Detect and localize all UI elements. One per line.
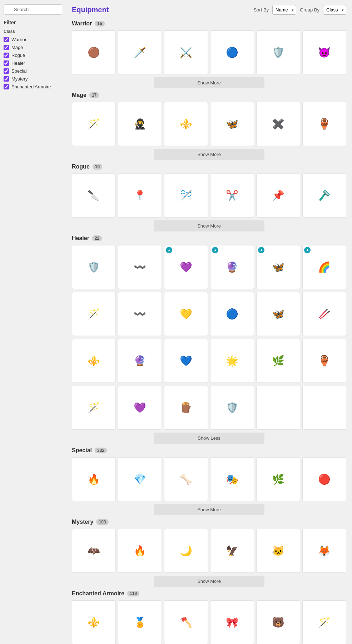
show-more-btn-special[interactable]: Show More [154, 504, 264, 515]
item-card[interactable] [302, 386, 346, 430]
item-card[interactable]: 🪡 [164, 174, 208, 218]
sort-select[interactable]: Name Type [272, 5, 296, 15]
item-card[interactable]: ⚜️ [164, 102, 208, 146]
item-card[interactable]: 🎭 [210, 457, 254, 501]
item-icon: 💎 [134, 474, 146, 484]
item-icon: 🦅 [226, 546, 238, 556]
item-card[interactable]: ★🦋 [256, 245, 300, 289]
checkbox-rogue[interactable] [4, 53, 9, 58]
item-card[interactable]: 📍 [118, 174, 162, 218]
item-card[interactable]: 🔵 [210, 30, 254, 74]
item-card[interactable]: 🪓 [164, 600, 208, 644]
item-card[interactable]: 💙 [164, 339, 208, 383]
item-card[interactable]: 🛡️ [256, 30, 300, 74]
filter-item-special[interactable]: Special [4, 68, 62, 74]
show-more-btn-rogue[interactable]: Show More [154, 220, 264, 231]
item-card[interactable]: 📌 [256, 174, 300, 218]
section-title-mystery: Mystery [72, 519, 93, 525]
sections-container: Warrior 15 🟤🗡️⚔️🔵🛡️😈Show More Mage 17 🪄🥷… [72, 20, 346, 644]
item-card[interactable]: 🪄 [302, 600, 346, 644]
item-card[interactable]: 🗡️ [118, 30, 162, 74]
item-card[interactable]: 🏅 [118, 600, 162, 644]
item-card[interactable]: 🟤 [72, 30, 116, 74]
item-card[interactable]: 💛 [164, 292, 208, 336]
item-card[interactable]: 🪄 [72, 102, 116, 146]
sort-select-wrap: Name Type [272, 5, 296, 15]
item-card[interactable]: ⚜️ [72, 600, 116, 644]
item-card[interactable]: 🪒 [302, 174, 346, 218]
item-card[interactable]: 🔵 [210, 292, 254, 336]
item-card[interactable]: 🦴 [164, 457, 208, 501]
checkbox-mystery[interactable] [4, 76, 9, 82]
item-card[interactable]: ✂️ [210, 174, 254, 218]
item-icon: 🦋 [272, 309, 284, 319]
show-more-btn-mage[interactable]: Show More [154, 149, 264, 160]
filter-item-healer[interactable]: Healer [4, 60, 62, 66]
checkbox-enchanted_armoire[interactable] [4, 84, 9, 89]
filter-item-rogue[interactable]: Rogue [4, 53, 62, 58]
show-more-btn-warrior[interactable]: Show More [154, 77, 264, 88]
item-card[interactable]: 💜 [118, 386, 162, 430]
item-card[interactable]: 🔮 [118, 339, 162, 383]
item-card[interactable]: 🛡️ [72, 245, 116, 289]
item-icon: 💙 [180, 356, 192, 366]
item-card[interactable]: 🥢 [302, 292, 346, 336]
star-badge: ★ [166, 247, 172, 253]
search-input[interactable] [4, 4, 62, 15]
item-card[interactable]: 🦅 [210, 529, 254, 573]
item-card[interactable]: ⚔️ [164, 30, 208, 74]
item-card[interactable]: 🎀 [210, 600, 254, 644]
item-card[interactable]: 🪄 [72, 386, 116, 430]
item-card[interactable]: ⚜️ [72, 339, 116, 383]
item-card[interactable]: 🦊 [302, 529, 346, 573]
item-card[interactable]: 🏺 [302, 102, 346, 146]
item-icon: 🛡️ [88, 262, 100, 272]
item-card[interactable]: 〰️ [118, 245, 162, 289]
sort-by-label: Sort By [253, 7, 269, 13]
item-card[interactable]: 🔥 [118, 529, 162, 573]
item-card[interactable]: 🦇 [72, 529, 116, 573]
item-card[interactable]: ★💜 [164, 245, 208, 289]
item-icon: 🦇 [88, 546, 100, 556]
item-card[interactable]: 🌙 [164, 529, 208, 573]
item-card[interactable]: 🥷 [118, 102, 162, 146]
show-more-btn-mystery[interactable]: Show More [154, 576, 264, 587]
item-card[interactable]: 🪄 [72, 292, 116, 336]
item-card[interactable]: 🐱 [256, 529, 300, 573]
item-card[interactable]: 🪵 [164, 386, 208, 430]
filter-item-enchanted_armoire[interactable]: Enchanted Armoire [4, 84, 62, 89]
label-special: Special [11, 68, 27, 74]
item-card[interactable]: ★🌈 [302, 245, 346, 289]
item-card[interactable]: 💎 [118, 457, 162, 501]
item-card[interactable]: 🌟 [210, 339, 254, 383]
item-card[interactable]: ✖️ [256, 102, 300, 146]
checkbox-warrior[interactable] [4, 37, 9, 42]
checkbox-mage[interactable] [4, 45, 9, 50]
show-more-btn-healer[interactable]: Show Less [154, 433, 264, 444]
item-card[interactable]: 🔥 [72, 457, 116, 501]
label-mage: Mage [11, 45, 23, 50]
item-card[interactable] [256, 386, 300, 430]
item-card[interactable]: 🐻 [256, 600, 300, 644]
group-select[interactable]: Class None [323, 5, 346, 15]
item-icon: 🗡️ [134, 48, 146, 58]
item-card[interactable]: 🦋 [210, 102, 254, 146]
filter-item-mage[interactable]: Mage [4, 45, 62, 50]
checkbox-healer[interactable] [4, 60, 9, 66]
item-card[interactable]: 😈 [302, 30, 346, 74]
item-card[interactable]: 〰️ [118, 292, 162, 336]
item-card[interactable]: 🌿 [256, 457, 300, 501]
section-header-enchanted_armoire: Enchanted Armoire 119 [72, 590, 346, 597]
filter-item-warrior[interactable]: Warrior [4, 37, 62, 42]
item-card[interactable]: 🦋 [256, 292, 300, 336]
item-icon: 〰️ [134, 262, 146, 272]
item-card[interactable]: 🔴 [302, 457, 346, 501]
filter-item-mystery[interactable]: Mystery [4, 76, 62, 82]
item-card[interactable]: 🛡️ [210, 386, 254, 430]
item-card[interactable]: 🌿 [256, 339, 300, 383]
item-icon: 🎀 [226, 618, 238, 628]
item-card[interactable]: 🏺 [302, 339, 346, 383]
checkbox-special[interactable] [4, 68, 9, 74]
item-card[interactable]: 🔪 [72, 174, 116, 218]
item-card[interactable]: ★🔮 [210, 245, 254, 289]
